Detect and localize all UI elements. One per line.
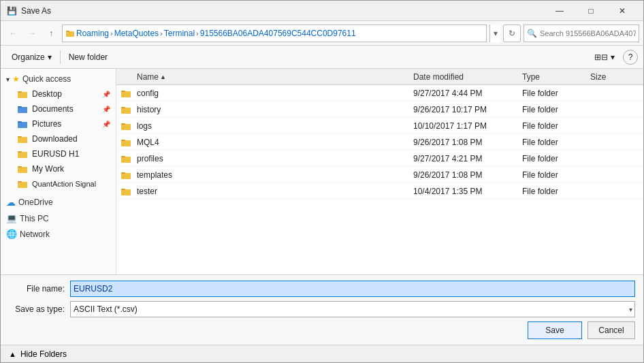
table-row[interactable]: templates 9/26/2017 1:08 PM File folder	[116, 167, 643, 183]
path-separator-2: ›	[160, 29, 163, 37]
svg-rect-19	[121, 107, 125, 108]
view-icon: ⊞⊟	[594, 52, 608, 62]
svg-rect-23	[121, 140, 125, 141]
path-part-metaquotes: MetaQuotes	[114, 29, 159, 38]
search-input[interactable]	[540, 29, 636, 37]
svg-rect-2	[18, 92, 27, 98]
maximize-button[interactable]: □	[575, 1, 607, 21]
forward-button[interactable]: →	[24, 25, 40, 42]
folder-icon-desktop	[17, 89, 28, 99]
path-part-roaming: Roaming	[65, 29, 109, 38]
file-date-cell: 10/4/2017 1:35 PM	[409, 187, 518, 196]
sidebar-item-pictures-label: Pictures	[32, 119, 61, 129]
save-button[interactable]: Save	[528, 321, 582, 339]
thispc-icon: 💻	[6, 213, 17, 223]
toolbar-separator	[60, 50, 61, 64]
title-bar-buttons: — □ ✕	[544, 1, 638, 21]
savetype-select[interactable]: ASCII Text (*.csv)	[70, 301, 635, 317]
file-type-cell: File folder	[518, 138, 586, 147]
file-name-cell: templates	[133, 170, 409, 180]
sidebar-item-mywork[interactable]: My Work	[1, 161, 116, 176]
file-date-cell: 10/10/2017 1:17 PM	[409, 121, 518, 131]
file-name-cell: config	[133, 89, 409, 98]
table-row[interactable]: history 9/26/2017 10:17 PM File folder	[116, 101, 643, 118]
main-content: ▾ ★ Quick access Desktop 📌 Documents 📌	[1, 69, 643, 274]
table-row[interactable]: tester 10/4/2017 1:35 PM File folder	[116, 183, 643, 200]
file-name-cell: logs	[133, 121, 409, 131]
file-list: Name ▲ Date modified Type Size config 9/	[116, 69, 643, 274]
filename-input[interactable]	[70, 281, 635, 297]
folder-icon-quantaction	[17, 178, 28, 189]
svg-rect-15	[18, 181, 22, 183]
table-row[interactable]: MQL4 9/26/2017 1:08 PM File folder	[116, 134, 643, 151]
folder-icon-mywork	[17, 163, 28, 174]
minimize-button[interactable]: —	[544, 1, 575, 21]
onedrive-item[interactable]: ☁ OneDrive	[1, 194, 116, 210]
up-button[interactable]: ↑	[43, 25, 59, 42]
svg-rect-12	[18, 167, 27, 173]
close-button[interactable]: ✕	[607, 1, 638, 21]
table-row[interactable]: config 9/27/2017 4:44 PM File folder	[116, 85, 643, 101]
svg-rect-16	[121, 91, 131, 97]
organize-button[interactable]: Organize ▾	[6, 48, 57, 66]
col-header-name[interactable]: Name ▲	[133, 69, 409, 84]
view-button[interactable]: ⊞⊟ ▾	[589, 48, 620, 66]
col-header-date[interactable]: Date modified	[409, 69, 518, 84]
back-button[interactable]: ←	[5, 25, 21, 42]
onedrive-icon: ☁	[6, 197, 16, 208]
bottom-buttons: Save Cancel	[9, 321, 635, 339]
thispc-item[interactable]: 💻 This PC	[1, 210, 116, 226]
svg-rect-1	[66, 31, 69, 32]
onedrive-label: OneDrive	[18, 198, 53, 207]
title-bar-left: 💾 Save As	[6, 5, 51, 16]
dialog-title: Save As	[21, 6, 51, 16]
quick-access-label: Quick access	[22, 74, 71, 84]
folder-icon	[120, 88, 131, 99]
folder-icon-pictures	[17, 119, 28, 129]
sidebar-item-documents[interactable]: Documents 📌	[1, 101, 116, 116]
toolbar: Organize ▾ New folder ⊞⊟ ▾ ?	[1, 46, 643, 69]
col-header-type[interactable]: Type	[518, 69, 586, 84]
sidebar-item-quantaction[interactable]: QuantAction Signal	[1, 176, 116, 191]
sidebar-item-downloaded-label: Downloaded	[32, 134, 78, 144]
svg-rect-4	[18, 107, 27, 113]
sidebar-item-desktop-label: Desktop	[32, 89, 62, 99]
hide-folders-bar[interactable]: ▲ Hide Folders	[1, 345, 643, 362]
new-folder-button[interactable]: New folder	[63, 48, 113, 66]
svg-rect-10	[18, 152, 27, 158]
path-part-hash: 915566BA06ADA407569C544CC0D97611	[200, 29, 356, 38]
search-box[interactable]: 🔍	[524, 25, 639, 42]
svg-rect-0	[66, 31, 74, 37]
savetype-label: Save as type:	[9, 304, 70, 314]
title-bar: 💾 Save As — □ ✕	[1, 1, 643, 21]
quick-access-collapse-icon: ▾	[6, 76, 10, 83]
help-button[interactable]: ?	[623, 50, 638, 65]
col-header-size[interactable]: Size	[586, 69, 641, 84]
file-rows-container: config 9/27/2017 4:44 PM File folder his…	[116, 85, 643, 200]
address-dropdown-button[interactable]: ▾	[489, 25, 500, 42]
refresh-button[interactable]: ↻	[503, 25, 521, 42]
sidebar-item-desktop[interactable]: Desktop 📌	[1, 86, 116, 101]
network-item[interactable]: 🌐 Network	[1, 226, 116, 242]
file-type-cell: File folder	[518, 170, 586, 180]
table-row[interactable]: profiles 9/27/2017 4:21 PM File folder	[116, 151, 643, 167]
svg-rect-27	[121, 172, 125, 174]
sidebar: ▾ ★ Quick access Desktop 📌 Documents 📌	[1, 69, 116, 274]
cancel-button[interactable]: Cancel	[587, 321, 635, 339]
address-path[interactable]: Roaming › MetaQuotes › Terminal › 915566…	[62, 25, 487, 42]
savetype-wrapper: ASCII Text (*.csv) ▾	[70, 301, 635, 317]
sidebar-item-eurusd-label: EURUSD H1	[32, 149, 79, 159]
svg-rect-7	[18, 121, 22, 123]
quick-access-header[interactable]: ▾ ★ Quick access	[1, 72, 116, 86]
sidebar-item-pictures[interactable]: Pictures 📌	[1, 116, 116, 131]
svg-rect-25	[121, 156, 125, 157]
sidebar-item-mywork-label: My Work	[32, 164, 64, 174]
pin-icon-documents: 📌	[102, 106, 110, 113]
table-row[interactable]: logs 10/10/2017 1:17 PM File folder	[116, 118, 643, 134]
organize-label: Organize	[12, 52, 45, 62]
sidebar-item-downloaded[interactable]: Downloaded	[1, 131, 116, 146]
sidebar-item-eurusd[interactable]: EURUSD H1	[1, 146, 116, 161]
svg-rect-28	[121, 189, 131, 195]
dialog-icon: 💾	[6, 5, 17, 16]
organize-dropdown-icon: ▾	[48, 52, 52, 62]
